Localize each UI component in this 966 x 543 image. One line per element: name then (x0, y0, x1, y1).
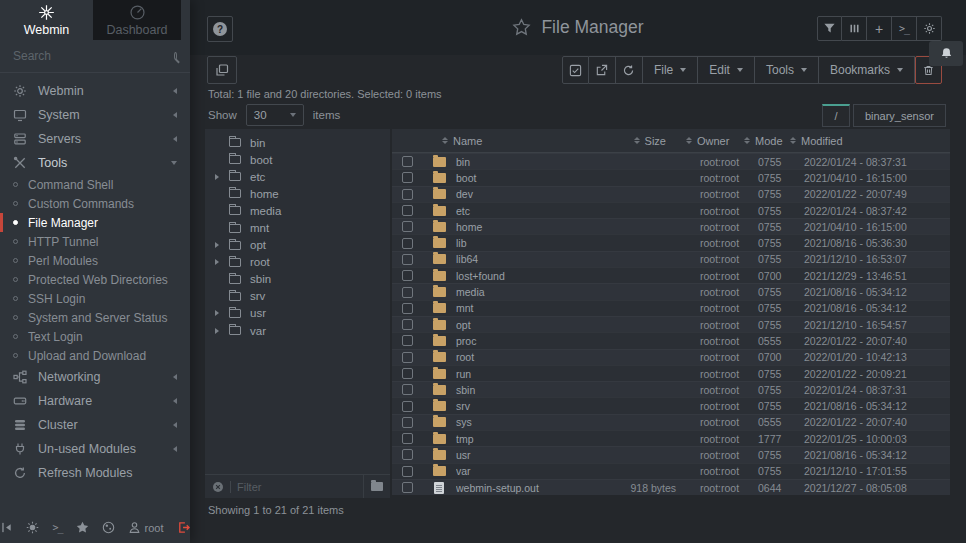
logout-icon[interactable] (177, 521, 190, 534)
file-name[interactable]: lost+found (456, 270, 582, 282)
tree-filter-input[interactable] (230, 481, 363, 493)
file-name[interactable]: opt (456, 319, 582, 331)
tree-item[interactable]: boot (205, 151, 390, 168)
collapse-sidebar-button[interactable] (0, 521, 13, 534)
sidebar-item-cluster[interactable]: Cluster (0, 413, 190, 437)
file-name[interactable]: dev (456, 188, 582, 200)
tree-item[interactable]: home (205, 185, 390, 202)
row-checkbox[interactable] (402, 254, 413, 265)
user-menu[interactable]: root (128, 521, 164, 534)
clear-filter-icon[interactable] (212, 481, 224, 493)
table-row[interactable]: srv root:root 0755 2021/08/16 - 05:34:12 (392, 397, 950, 413)
row-checkbox[interactable] (402, 287, 413, 298)
file-name[interactable]: boot (456, 172, 582, 184)
sidebar-subitem[interactable]: File Manager (0, 213, 190, 232)
tab-dashboard[interactable]: Dashboard (93, 0, 181, 40)
caret-right-icon[interactable] (215, 310, 219, 316)
table-row[interactable]: webmin-setup.out 918 bytes root:root 064… (392, 479, 950, 495)
row-checkbox[interactable] (402, 352, 413, 363)
table-row[interactable]: media root:root 0755 2021/08/16 - 05:34:… (392, 283, 950, 299)
table-row[interactable]: var root:root 0755 2021/12/10 - 17:01:55 (392, 463, 950, 479)
file-name[interactable]: root (456, 351, 582, 363)
table-row[interactable]: opt root:root 0755 2021/12/10 - 16:54:57 (392, 316, 950, 332)
file-name[interactable]: tmp (456, 433, 582, 445)
row-checkbox[interactable] (402, 384, 413, 395)
tree-item[interactable]: srv (205, 288, 390, 305)
table-row[interactable]: home root:root 0755 2021/04/10 - 16:15:0… (392, 218, 950, 234)
sidebar-item-refresh-modules[interactable]: Refresh Modules (0, 461, 190, 485)
bookmarks-menu-button[interactable]: Bookmarks (819, 56, 915, 84)
sidebar-item-unused-modules[interactable]: Un-used Modules (0, 437, 190, 461)
export-button[interactable] (589, 56, 616, 84)
row-checkbox[interactable] (402, 221, 413, 232)
table-row[interactable]: tmp root:root 1777 2022/01/25 - 10:00:03 (392, 430, 950, 446)
column-header-name[interactable]: Name (442, 135, 582, 147)
table-row[interactable]: lib64 root:root 0755 2021/12/10 - 16:53:… (392, 251, 950, 267)
refresh-button[interactable] (616, 56, 643, 84)
row-checkbox[interactable] (402, 449, 413, 460)
add-button[interactable]: + (867, 16, 892, 41)
table-row[interactable]: proc root:root 0555 2022/01/22 - 20:07:4… (392, 332, 950, 348)
sidebar-item-networking[interactable]: Networking (0, 365, 190, 389)
tree-item[interactable]: usr (205, 305, 390, 322)
row-checkbox[interactable] (402, 368, 413, 379)
row-checkbox[interactable] (402, 172, 413, 183)
sidebar-item-tools[interactable]: Tools (0, 151, 190, 175)
sidebar-subitem[interactable]: Custom Commands (0, 194, 190, 213)
sidebar-item-system[interactable]: System (0, 103, 190, 127)
row-checkbox[interactable] (402, 303, 413, 314)
breadcrumb-root[interactable]: / (822, 104, 850, 127)
sidebar-subitem[interactable]: HTTP Tunnel (0, 232, 190, 251)
file-name[interactable]: lib (456, 237, 582, 249)
tree-folder-button[interactable] (363, 475, 390, 498)
sidebar-item-webmin[interactable]: Webmin (0, 79, 190, 103)
shell-button[interactable]: >_ (892, 16, 917, 41)
tree-item[interactable]: var (205, 322, 390, 339)
caret-right-icon[interactable] (215, 174, 219, 180)
sidebar-subitem[interactable]: Protected Web Directories (0, 270, 190, 289)
row-checkbox[interactable] (402, 335, 413, 346)
table-row[interactable]: lib root:root 0755 2021/08/16 - 05:36:30 (392, 234, 950, 250)
file-name[interactable]: sbin (456, 384, 582, 396)
row-checkbox[interactable] (402, 156, 413, 167)
file-name[interactable]: webmin-setup.out (456, 482, 582, 494)
file-name[interactable]: mnt (456, 302, 582, 314)
table-row[interactable]: bin root:root 0755 2022/01/24 - 08:37:31 (392, 153, 950, 169)
edit-menu-button[interactable]: Edit (698, 56, 755, 84)
row-checkbox[interactable] (402, 433, 413, 444)
file-name[interactable]: var (456, 465, 582, 477)
caret-right-icon[interactable] (215, 242, 219, 248)
table-row[interactable]: sys root:root 0555 2022/01/22 - 20:07:40 (392, 414, 950, 430)
row-checkbox[interactable] (402, 238, 413, 249)
sidebar-item-servers[interactable]: Servers (0, 127, 190, 151)
sidebar-subitem[interactable]: System and Server Status (0, 308, 190, 327)
help-button[interactable]: ? (207, 16, 233, 42)
file-name[interactable]: usr (456, 449, 582, 461)
column-header-modified[interactable]: Modified (790, 135, 950, 147)
tree-item[interactable]: etc (205, 168, 390, 185)
tree-item[interactable]: opt (205, 237, 390, 254)
favorite-star-icon[interactable] (512, 18, 531, 37)
sidebar-subitem[interactable]: Perl Modules (0, 251, 190, 270)
row-checkbox[interactable] (402, 205, 413, 216)
row-checkbox[interactable] (402, 270, 413, 281)
sidebar-subitem[interactable]: Command Shell (0, 175, 190, 194)
table-row[interactable]: boot root:root 0755 2021/04/10 - 16:15:0… (392, 169, 950, 185)
file-name[interactable]: srv (456, 400, 582, 412)
tab-webmin[interactable]: Webmin (0, 0, 93, 40)
tools-menu-button[interactable]: Tools (755, 56, 819, 84)
tree-item[interactable]: root (205, 254, 390, 271)
caret-right-icon[interactable] (215, 328, 219, 334)
sidebar-item-hardware[interactable]: Hardware (0, 389, 190, 413)
row-checkbox[interactable] (402, 466, 413, 477)
row-checkbox[interactable] (402, 189, 413, 200)
file-name[interactable]: home (456, 221, 582, 233)
table-row[interactable]: sbin root:root 0755 2022/01/24 - 08:37:3… (392, 381, 950, 397)
tree-item[interactable]: mnt (205, 219, 390, 236)
table-row[interactable]: mnt root:root 0755 2021/08/16 - 05:34:12 (392, 300, 950, 316)
file-name[interactable]: bin (456, 156, 582, 168)
row-checkbox[interactable] (402, 482, 413, 493)
caret-right-icon[interactable] (215, 259, 219, 265)
notifications-tab[interactable] (929, 41, 963, 66)
file-name[interactable]: lib64 (456, 253, 582, 265)
